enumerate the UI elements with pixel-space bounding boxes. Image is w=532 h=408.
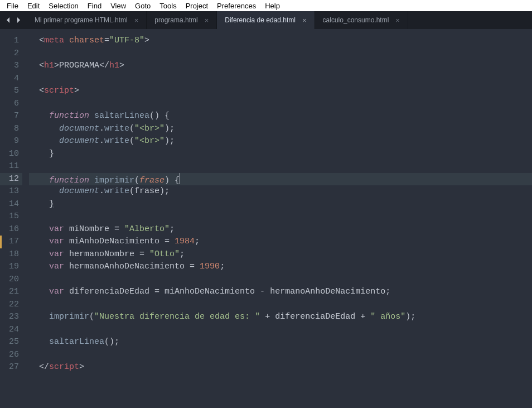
tab-label: Mi primer programe HTML.html	[35, 16, 128, 24]
tab-label: calculo_consumo.html	[323, 16, 389, 24]
code-line[interactable]: var hermanoNombre = "Otto";	[29, 248, 532, 261]
code-line[interactable]: <meta charset="UTF-8">	[29, 35, 532, 47]
line-number: 5	[0, 85, 22, 98]
menu-help[interactable]: Help	[260, 1, 284, 11]
code-line[interactable]: var hermanoAnhoDeNacimiento = 1990;	[29, 261, 532, 273]
line-number: 21	[0, 286, 22, 299]
tab-1[interactable]: programa.html×	[147, 11, 217, 29]
code-line[interactable]	[29, 73, 532, 85]
menubar: FileEditSelectionFindViewGotoToolsProjec…	[0, 0, 532, 11]
line-number: 2	[0, 47, 22, 60]
code-line[interactable]	[29, 98, 532, 111]
line-number-gutter: 1234567891011121314151617181920212223242…	[0, 29, 29, 408]
menu-selection[interactable]: Selection	[44, 1, 83, 11]
code-line[interactable]: <h1>PROGRAMA</h1>	[29, 60, 532, 73]
code-line[interactable]: document.write("<br>");	[29, 123, 532, 136]
code-line[interactable]: var miAnhoDeNacimiento = 1984;	[29, 236, 532, 248]
close-icon[interactable]: ×	[395, 17, 400, 24]
tab-label: Diferencia de edad.html	[225, 16, 296, 24]
menu-view[interactable]: View	[106, 1, 130, 11]
code-line[interactable]	[29, 47, 532, 60]
code-line[interactable]	[29, 273, 532, 286]
tab-2[interactable]: Diferencia de edad.html×	[217, 11, 315, 29]
line-number: 19	[0, 261, 22, 273]
close-icon[interactable]: ×	[134, 17, 139, 24]
code-content[interactable]: <meta charset="UTF-8"><h1>PROGRAMA</h1><…	[29, 29, 532, 408]
menu-project[interactable]: Project	[181, 1, 212, 11]
line-number: 7	[0, 110, 22, 123]
code-line[interactable]: document.write(frase);	[29, 185, 532, 198]
line-number: 24	[0, 324, 22, 337]
line-number: 25	[0, 336, 22, 349]
code-line[interactable]: <script>	[29, 85, 532, 98]
code-line[interactable]	[29, 349, 532, 362]
code-line[interactable]: </script>	[29, 361, 532, 374]
code-line[interactable]: }	[29, 148, 532, 161]
line-number: 16	[0, 223, 22, 236]
line-number: 13	[0, 185, 22, 198]
tab-label: programa.html	[154, 16, 197, 24]
line-number: 15	[0, 210, 22, 223]
line-number: 9	[0, 135, 22, 148]
menu-find[interactable]: Find	[83, 1, 106, 11]
code-line[interactable]: saltarLinea();	[29, 336, 532, 349]
menu-edit[interactable]: Edit	[23, 1, 44, 11]
line-number: 1	[0, 35, 22, 47]
line-number: 10	[0, 148, 22, 161]
line-number: 23	[0, 311, 22, 324]
code-line[interactable]	[29, 299, 532, 311]
line-number: 18	[0, 248, 22, 261]
line-number: 4	[0, 73, 22, 85]
tab-0[interactable]: Mi primer programe HTML.html×	[27, 11, 147, 29]
code-line[interactable]	[29, 160, 532, 173]
line-number: 11	[0, 160, 22, 173]
code-line[interactable]: }	[29, 198, 532, 211]
line-number: 17	[0, 236, 22, 248]
code-line[interactable]: var diferenciaDeEdad = miAnhoDeNacimient…	[29, 286, 532, 299]
menu-tools[interactable]: Tools	[155, 1, 181, 11]
line-number: 26	[0, 349, 22, 362]
tab-bar: Mi primer programe HTML.html×programa.ht…	[0, 11, 532, 29]
code-line[interactable]: var miNombre = "Alberto";	[29, 223, 532, 236]
code-line[interactable]: document.write("<br>");	[29, 135, 532, 148]
line-number: 8	[0, 123, 22, 136]
code-line[interactable]: function imprimir(frase) {	[29, 173, 532, 186]
code-line[interactable]: imprimir("Nuestra diferencia de edad es:…	[29, 311, 532, 324]
line-number: 3	[0, 60, 22, 73]
menu-goto[interactable]: Goto	[130, 1, 155, 11]
code-line[interactable]	[29, 210, 532, 223]
close-icon[interactable]: ×	[302, 17, 307, 24]
line-number: 6	[0, 98, 22, 111]
menu-file[interactable]: File	[2, 1, 23, 11]
line-number: 14	[0, 198, 22, 211]
close-icon[interactable]: ×	[205, 17, 209, 24]
menu-preferences[interactable]: Preferences	[212, 1, 260, 11]
code-editor[interactable]: 1234567891011121314151617181920212223242…	[0, 29, 532, 408]
line-number: 12	[0, 173, 22, 186]
text-cursor	[180, 173, 180, 184]
code-line[interactable]: function saltarLinea() {	[29, 110, 532, 123]
line-number: 27	[0, 361, 22, 374]
tab-nav-arrows[interactable]	[0, 11, 27, 29]
tab-3[interactable]: calculo_consumo.html×	[315, 11, 408, 29]
arrow-left-icon	[6, 17, 11, 23]
line-number: 22	[0, 299, 22, 311]
code-line[interactable]	[29, 324, 532, 337]
arrow-right-icon	[16, 17, 21, 23]
modified-line-marker	[0, 236, 2, 248]
line-number: 20	[0, 273, 22, 286]
